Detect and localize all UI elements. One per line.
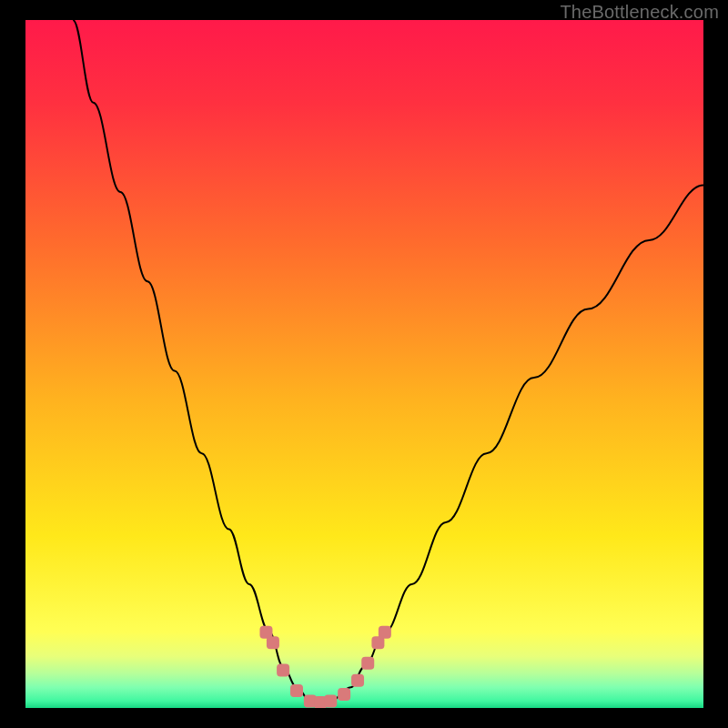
chart-frame: TheBottleneck.com [0, 0, 728, 728]
highlight-dot [290, 684, 303, 697]
highlight-dot [361, 657, 374, 670]
highlight-dot [277, 663, 289, 676]
plot-area [25, 20, 703, 708]
highlight-dot [324, 694, 337, 707]
curve-path [73, 20, 703, 704]
bottleneck-curve [25, 20, 703, 708]
highlight-dot [379, 626, 391, 639]
highlight-dots [259, 626, 390, 708]
highlight-dot [267, 636, 279, 649]
highlight-dot [338, 688, 350, 701]
highlight-dot [351, 674, 364, 687]
